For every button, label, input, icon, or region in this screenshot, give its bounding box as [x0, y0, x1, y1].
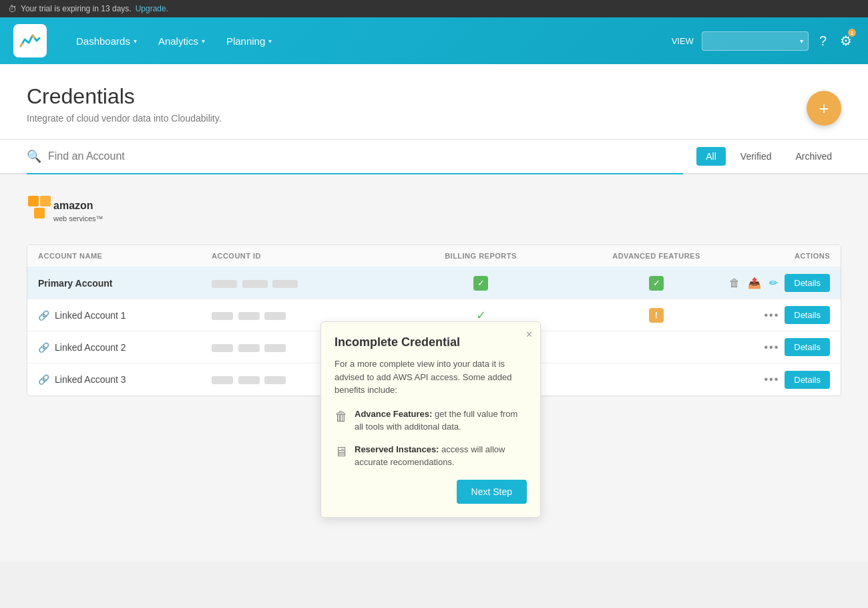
- redacted-block: [238, 376, 260, 384]
- check-green-icon: ✓: [473, 276, 488, 291]
- main-content: amazon web services™ ACCOUNT NAME ACCOUN…: [0, 174, 868, 562]
- popup-title: Incomplete Credential: [335, 335, 527, 349]
- popup-description: For a more complete view into your data …: [335, 357, 527, 397]
- details-button-primary[interactable]: Details: [785, 274, 830, 292]
- redacted-block: [238, 344, 260, 352]
- redacted-block: [272, 280, 298, 288]
- redacted-block: [212, 376, 233, 384]
- actions-cell-linked1: ••• Details: [723, 306, 830, 324]
- linked-account-icon: 🔗: [38, 342, 49, 353]
- search-icon: 🔍: [27, 149, 41, 164]
- billing-reports-cell: ✓: [372, 276, 590, 291]
- actions-cell-primary: 🗑 📤 ✏ Details: [723, 274, 830, 292]
- popup-item-text-advance: Advance Features: get the full value fro…: [355, 408, 527, 434]
- delete-icon[interactable]: 🗑: [728, 276, 741, 291]
- actions-cell-linked2: ••• Details: [723, 338, 830, 356]
- redacted-block: [212, 280, 237, 288]
- search-input[interactable]: [48, 150, 683, 162]
- edit-icon[interactable]: ✏: [768, 275, 779, 291]
- account-id-primary: [212, 278, 372, 288]
- chevron-down-icon: ▾: [202, 37, 205, 45]
- nav-planning[interactable]: Planning ▾: [217, 30, 281, 52]
- advanced-features-cell: !: [590, 308, 723, 323]
- chevron-down-icon: ▾: [134, 37, 137, 45]
- svg-rect-2: [34, 208, 45, 218]
- trial-message: Your trial is expiring in 13 days.: [21, 4, 132, 13]
- details-button-linked2[interactable]: Details: [785, 338, 830, 356]
- aws-logo-svg: amazon web services™: [27, 194, 107, 231]
- redacted-block: [212, 344, 233, 352]
- trial-bar: ⏱ Your trial is expiring in 13 days. Upg…: [0, 0, 868, 17]
- nav-items: Dashboards ▾ Analytics ▾ Planning ▾: [67, 30, 672, 52]
- upload-icon[interactable]: 📤: [746, 275, 763, 291]
- nav-right: VIEW ▾ ? ⚙ 1: [672, 30, 855, 51]
- filter-tab-verified[interactable]: Verified: [731, 147, 781, 166]
- search-filter-row: 🔍 All Verified Archived: [0, 140, 868, 174]
- popup-footer: Next Step: [335, 480, 527, 504]
- col-billing-reports: BILLING REPORTS: [372, 252, 590, 260]
- svg-rect-0: [28, 196, 39, 206]
- linked-account-icon: 🔗: [38, 310, 49, 321]
- check-icon: ✓: [476, 308, 486, 323]
- chevron-down-icon: ▾: [268, 37, 272, 45]
- search-area: 🔍: [27, 140, 683, 174]
- reserved-instances-icon: 🖥: [335, 444, 348, 460]
- advanced-features-cell: ✓: [590, 276, 723, 291]
- topnav: Dashboards ▾ Analytics ▾ Planning ▾ VIEW…: [0, 17, 868, 64]
- redacted-block: [264, 312, 286, 320]
- popup-item-advance-features: 🗑 Advance Features: get the full value f…: [335, 408, 527, 434]
- more-options-icon[interactable]: •••: [764, 341, 779, 353]
- table-header: ACCOUNT NAME ACCOUNT ID BILLING REPORTS …: [27, 245, 841, 267]
- filter-tab-all[interactable]: All: [696, 147, 726, 166]
- view-label: VIEW: [672, 36, 694, 46]
- redacted-block: [238, 312, 260, 320]
- redacted-block: [264, 344, 286, 352]
- page-header-section: Credentials Integrate of cloud vendor da…: [0, 64, 868, 140]
- more-options-icon[interactable]: •••: [764, 309, 779, 321]
- account-name-linked3: 🔗 Linked Account 3: [38, 366, 212, 393]
- aws-logo-section: amazon web services™: [27, 194, 841, 231]
- clock-icon: ⏱: [8, 4, 17, 14]
- col-actions: ACTIONS: [723, 252, 830, 260]
- logo-icon: [13, 24, 47, 57]
- popup-item-reserved-instances: 🖥 Reserved Instances: access will allow …: [335, 443, 527, 469]
- more-options-icon[interactable]: •••: [764, 373, 779, 386]
- settings-button[interactable]: ⚙ 1: [837, 30, 855, 51]
- popup-close-button[interactable]: ×: [526, 329, 532, 341]
- page-header: Credentials Integrate of cloud vendor da…: [27, 84, 841, 126]
- page-title: Credentials: [27, 84, 222, 109]
- svg-text:web services™: web services™: [53, 214, 103, 222]
- view-select-wrapper: ▾: [702, 31, 809, 51]
- account-name-linked1: 🔗 Linked Account 1: [38, 302, 212, 329]
- col-account-id: ACCOUNT ID: [212, 252, 372, 260]
- account-id-linked1: [212, 310, 372, 320]
- redacted-block: [264, 376, 286, 384]
- account-name-primary: Primary Account: [38, 270, 212, 297]
- details-button-linked1[interactable]: Details: [785, 306, 830, 324]
- gear-badge: 1: [848, 29, 856, 37]
- view-select[interactable]: [702, 31, 809, 51]
- table-row: Primary Account ✓ ✓ 🗑 📤 ✏ Details: [27, 267, 841, 299]
- filter-tabs: All Verified Archived: [683, 147, 841, 166]
- popup-item-text-reserved: Reserved Instances: access will allow ac…: [355, 443, 527, 469]
- upgrade-link[interactable]: Upgrade.: [136, 4, 168, 13]
- advance-features-icon: 🗑: [335, 409, 348, 424]
- account-name-linked2: 🔗 Linked Account 2: [38, 334, 212, 361]
- incomplete-credential-popup: × Incomplete Credential For a more compl…: [320, 321, 541, 518]
- check-green-icon: ✓: [649, 276, 664, 291]
- details-button-linked3[interactable]: Details: [785, 371, 830, 389]
- nav-dashboards[interactable]: Dashboards ▾: [67, 30, 146, 52]
- nav-analytics[interactable]: Analytics ▾: [149, 30, 214, 52]
- col-account-name: ACCOUNT NAME: [38, 252, 212, 260]
- filter-tab-archived[interactable]: Archived: [787, 147, 841, 166]
- help-button[interactable]: ?: [817, 31, 829, 51]
- redacted-block: [212, 312, 233, 320]
- svg-rect-1: [40, 196, 51, 206]
- logo-svg: [18, 29, 42, 53]
- col-advanced-features: ADVANCED FEATURES: [590, 252, 723, 260]
- next-step-button[interactable]: Next Step: [457, 480, 527, 504]
- warning-icon: !: [649, 308, 664, 323]
- linked-account-icon: 🔗: [38, 374, 49, 385]
- redacted-block: [242, 280, 268, 288]
- add-credential-button[interactable]: +: [807, 91, 841, 126]
